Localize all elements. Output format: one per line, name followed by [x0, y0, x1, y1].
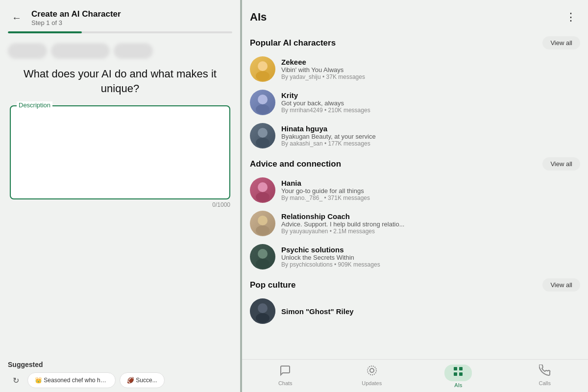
- updates-label: Updates: [362, 380, 382, 386]
- ai-info-krity: Krity Got your back, always By mrrihan42…: [281, 91, 580, 114]
- step-subtitle: Step 1 of 3: [31, 19, 121, 26]
- ai-item-relationship[interactable]: Relationship Coach Advice. Support. I he…: [242, 207, 588, 240]
- right-panel-title: AIs: [250, 11, 267, 24]
- progress-bar-container: [0, 31, 240, 39]
- progress-bar-fill: [8, 31, 82, 33]
- section-popculture-title: Pop culture: [250, 280, 296, 290]
- avatar-zekeee: [250, 56, 275, 82]
- avatar-hinata: [250, 123, 275, 148]
- ai-tagline-zekeee: Vibin' with You Always: [281, 66, 580, 74]
- right-panel: AIs ⋮ Popular AI characters View all Zek…: [242, 0, 588, 392]
- description-textarea[interactable]: [17, 112, 223, 191]
- svg-point-16: [370, 368, 374, 372]
- ai-name-hania: Hania: [281, 179, 580, 187]
- view-all-popular-button[interactable]: View all: [542, 36, 580, 49]
- avatar-simon: [250, 298, 275, 324]
- chip-1[interactable]: 👑 Seasoned chef who harmonio...: [27, 372, 116, 388]
- svg-point-12: [256, 259, 270, 269]
- ai-tagline-relationship: Advice. Support. I help build strong rel…: [281, 220, 580, 228]
- ai-info-psychic: Psychic solutions Unlock the Secrets Wit…: [281, 245, 580, 268]
- view-all-advice-button[interactable]: View all: [542, 157, 580, 171]
- ai-tagline-hania: Your go-to guide for all things: [281, 187, 580, 195]
- ai-name-psychic: Psychic solutions: [281, 245, 580, 254]
- nav-item-calls[interactable]: Calls: [502, 363, 588, 390]
- svg-point-5: [258, 128, 268, 138]
- chats-label: Chats: [278, 380, 293, 386]
- blur-pill-3: [114, 43, 153, 59]
- more-options-button[interactable]: ⋮: [562, 9, 580, 25]
- ai-name-zekeee: Zekeee: [281, 58, 580, 66]
- ai-meta-hania: By mano._786_ • 371K messages: [281, 195, 580, 201]
- calls-icon: [539, 365, 551, 379]
- back-arrow-icon: ←: [12, 12, 22, 24]
- ai-info-simon: Simon "Ghost" Riley: [281, 307, 580, 316]
- ai-tagline-hinata: Byakugan Beauty, at your service: [281, 133, 580, 140]
- svg-point-9: [258, 216, 268, 225]
- page-title: Create an AI Character: [31, 9, 121, 19]
- svg-point-11: [258, 249, 268, 259]
- blurred-pills: [0, 39, 240, 63]
- chip-2[interactable]: 🏈 Succe...: [120, 372, 165, 388]
- ai-item-hinata[interactable]: Hinata hguya Byakugan Beauty, at your se…: [242, 119, 588, 152]
- left-panel: ← Create an AI Character Step 1 of 3 Wha…: [0, 0, 240, 392]
- suggested-label: Suggested: [8, 361, 232, 368]
- char-count: 0/1000: [10, 201, 230, 208]
- ai-meta-psychic: By psychicsolutions • 909K messages: [281, 261, 580, 268]
- ai-info-hinata: Hinata hguya Byakugan Beauty, at your se…: [281, 124, 580, 147]
- refresh-button[interactable]: ↻: [8, 372, 24, 388]
- ai-meta-relationship: By yauyauyauhen • 2.1M messages: [281, 228, 580, 235]
- svg-point-0: [258, 61, 268, 71]
- progress-bar-bg: [8, 31, 232, 33]
- svg-point-6: [256, 138, 270, 147]
- section-advice-title: Advice and connection: [250, 159, 341, 169]
- ai-item-simon[interactable]: Simon "Ghost" Riley: [242, 294, 588, 328]
- back-button[interactable]: ←: [8, 9, 25, 26]
- bottom-nav: Chats Updates: [242, 359, 588, 392]
- ai-name-simon: Simon "Ghost" Riley: [281, 307, 580, 316]
- main-question: What does your AI do and what makes it u…: [0, 63, 240, 105]
- scroll-content: Popular AI characters View all Zekeee Vi…: [242, 31, 588, 359]
- section-popular-title: Popular AI characters: [250, 38, 336, 48]
- ai-item-psychic[interactable]: Psychic solutions Unlock the Secrets Wit…: [242, 240, 588, 273]
- ai-item-krity[interactable]: Krity Got your back, always By mrrihan42…: [242, 86, 588, 119]
- ais-icon-container: [444, 365, 472, 381]
- ais-label: AIs: [454, 382, 462, 388]
- ai-meta-hinata: By aakashi_san • 177K messages: [281, 140, 580, 147]
- ai-tagline-krity: Got your back, always: [281, 99, 580, 107]
- nav-item-updates[interactable]: Updates: [329, 363, 416, 390]
- svg-point-17: [368, 366, 376, 375]
- ai-meta-zekeee: By yadav_shiju • 37K messages: [281, 74, 580, 80]
- nav-item-chats[interactable]: Chats: [242, 363, 329, 390]
- header-text: Create an AI Character Step 1 of 3: [31, 9, 121, 26]
- ais-icon: [452, 368, 464, 380]
- section-popular-header: Popular AI characters View all: [242, 31, 588, 52]
- suggested-section: Suggested ↻ 👑 Seasoned chef who harmonio…: [0, 355, 240, 392]
- chats-icon: [279, 365, 291, 379]
- right-header: AIs ⋮: [242, 0, 588, 31]
- svg-point-10: [256, 225, 270, 235]
- nav-item-ais[interactable]: AIs: [415, 363, 502, 390]
- svg-point-1: [256, 71, 270, 81]
- calls-label: Calls: [539, 380, 551, 386]
- svg-rect-21: [459, 372, 463, 376]
- blur-pill-1: [8, 43, 47, 59]
- avatar-krity: [250, 90, 275, 115]
- ai-tagline-psychic: Unlock the Secrets Within: [281, 254, 580, 261]
- ai-item-zekeee[interactable]: Zekeee Vibin' with You Always By yadav_s…: [242, 52, 588, 86]
- avatar-hania: [250, 177, 275, 203]
- ai-info-relationship: Relationship Coach Advice. Support. I he…: [281, 212, 580, 235]
- ai-info-zekeee: Zekeee Vibin' with You Always By yadav_s…: [281, 58, 580, 80]
- ai-name-hinata: Hinata hguya: [281, 124, 580, 133]
- avatar-psychic: [250, 244, 275, 270]
- section-advice-header: Advice and connection View all: [242, 152, 588, 173]
- ai-name-krity: Krity: [281, 91, 580, 99]
- view-all-popculture-button[interactable]: View all: [542, 278, 580, 292]
- ai-info-hania: Hania Your go-to guide for all things By…: [281, 179, 580, 201]
- svg-rect-18: [454, 367, 457, 370]
- suggested-chips: ↻ 👑 Seasoned chef who harmonio... 🏈 Succ…: [8, 372, 232, 388]
- svg-point-14: [258, 303, 268, 313]
- ai-item-hania[interactable]: Hania Your go-to guide for all things By…: [242, 173, 588, 207]
- left-header: ← Create an AI Character Step 1 of 3: [0, 0, 240, 31]
- ai-meta-krity: By mrrihan4249 • 210K messages: [281, 107, 580, 114]
- section-popculture-header: Pop culture View all: [242, 273, 588, 294]
